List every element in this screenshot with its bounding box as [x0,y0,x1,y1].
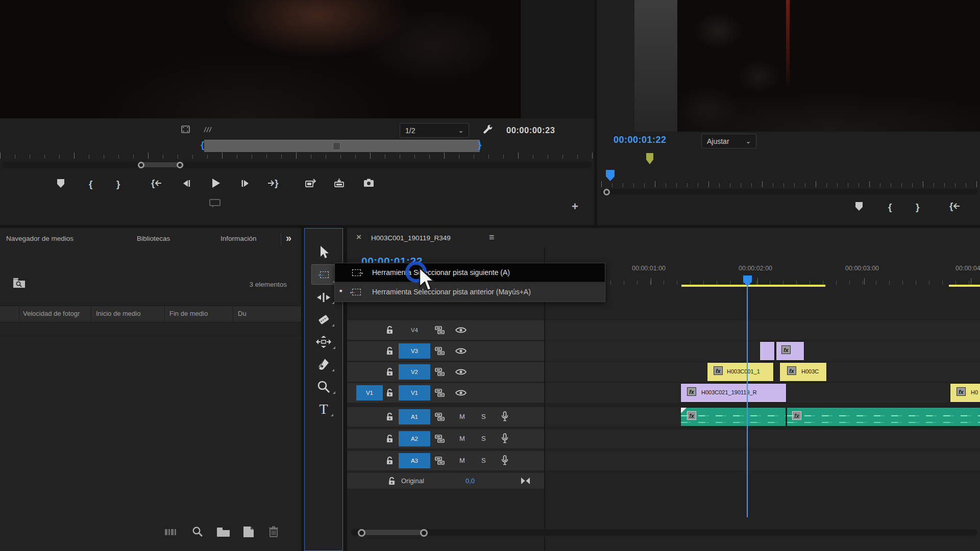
track-target-a1[interactable]: A1 [399,409,430,424]
sync-lock-icon[interactable] [435,413,445,421]
tool-track-select-active[interactable]: ← [311,264,337,285]
timeline-zoom-scrollbar[interactable] [351,529,977,536]
source-zoom-scrollbar[interactable] [2,162,592,168]
menu-item-track-select-backward[interactable]: ■ ← Herramienta Seleccionar pista anteri… [335,282,605,302]
program-playhead-marker[interactable] [606,170,615,181]
sync-lock-icon[interactable] [435,457,445,465]
solo-button[interactable]: S [481,413,486,420]
program-mark-out-button[interactable]: } [916,202,919,212]
mic-voiceover-icon[interactable] [501,433,508,444]
search-bin-icon[interactable] [13,278,26,288]
sequence-tab-title[interactable]: H003C001_190119_R349 [371,234,451,242]
timeline-playhead-line[interactable] [747,285,748,517]
list-view-icon[interactable] [164,528,178,536]
column-media-end[interactable]: Fin de medio [169,310,208,317]
menu-item-track-select-forward[interactable]: → Herramienta Seleccionar pista siguient… [335,263,605,282]
column-media-start[interactable]: Inicio de medio [96,310,140,317]
clip-v3-b[interactable]: fx [776,341,804,361]
new-bin-folder-icon[interactable] [216,527,230,537]
source-zoom-handle-left[interactable] [138,162,144,168]
clip-audio-a1-seg1[interactable]: fx [680,407,786,427]
drag-audio-icon[interactable] [203,126,213,134]
bowtie-keyframe-icon[interactable] [521,477,530,485]
sync-lock-icon[interactable] [435,389,445,397]
track-target-v2[interactable]: V2 [399,364,430,380]
program-mark-in-button[interactable]: { [888,202,892,212]
drag-video-icon[interactable] [181,126,190,134]
tool-razor[interactable] [305,310,342,329]
timeline-ruler[interactable]: 00:00:01:00 00:00:02:00 00:00:03:00 00:0… [544,258,980,288]
mark-out-button[interactable]: } [116,179,120,189]
lift-comment-bubble-icon[interactable] [209,199,220,208]
add-marker-button[interactable] [57,179,64,188]
program-zoom-handle[interactable] [603,189,610,195]
mic-voiceover-icon[interactable] [501,455,508,466]
track-lane-a2[interactable] [545,429,980,448]
step-forward-button[interactable] [241,180,250,187]
button-editor-add-button[interactable]: + [572,200,578,213]
column-frame-rate[interactable]: Velocidad de fotogr [23,310,80,317]
tool-slip[interactable] [305,333,342,351]
new-item-icon[interactable] [243,526,254,538]
lock-icon[interactable] [386,457,394,465]
tool-selection[interactable] [305,243,342,261]
clip-v1-right[interactable]: fx H0 [950,383,980,403]
source-range-handle[interactable] [333,142,340,150]
solo-button[interactable]: S [481,457,486,464]
sync-lock-icon[interactable] [435,347,445,355]
eye-toggle-icon[interactable] [455,347,467,355]
search-icon[interactable] [192,526,203,537]
export-frame-button[interactable] [363,179,374,187]
lock-icon[interactable] [388,477,396,485]
track-target-v1[interactable]: V1 [399,385,430,400]
tool-zoom[interactable] [305,378,342,396]
settings-wrench-icon[interactable] [482,124,494,136]
source-out-bracket-icon[interactable]: } [478,140,481,149]
tool-type[interactable]: T [305,400,342,418]
lock-icon[interactable] [386,347,394,355]
clip-v3-a[interactable] [760,341,775,361]
sequence-marker-olive[interactable] [646,153,653,164]
close-icon[interactable]: × [356,232,361,242]
mute-button[interactable]: M [459,413,465,420]
mark-in-button[interactable]: { [89,179,92,189]
tab-libraries[interactable]: Bibliotecas [137,235,170,242]
panel-overflow-chevrons[interactable]: » [286,232,291,244]
eye-toggle-icon[interactable] [455,368,467,375]
goto-in-button[interactable]: { [151,178,162,188]
lock-icon[interactable] [386,389,394,397]
clip-audio-a1-seg2[interactable]: fx [787,407,980,427]
track-lane-v4[interactable] [545,320,980,340]
solo-button[interactable]: S [481,435,486,442]
tool-pen[interactable] [305,355,342,373]
program-zoom-scrollbar[interactable] [601,189,978,195]
program-add-marker-button[interactable] [855,202,863,211]
source-inout-range-bar[interactable] [204,140,480,152]
lock-icon[interactable] [386,326,394,334]
tab-info[interactable]: Información [220,235,257,242]
lock-icon[interactable] [386,435,394,443]
lock-icon[interactable] [386,368,394,376]
timeline-zoom-handle-right[interactable] [420,529,428,537]
timeline-zoom-scrollbar-range[interactable] [361,530,424,535]
source-in-bracket-icon[interactable]: { [201,140,204,149]
source-patch-v1[interactable]: V1 [356,385,383,400]
sync-lock-icon[interactable] [435,435,445,443]
sync-lock-icon[interactable] [435,326,445,334]
clip-v2-a[interactable]: fx H003C001_1 [707,362,774,382]
goto-out-button[interactable]: } [267,178,278,188]
fit-dropdown[interactable]: Ajustar ⌄ [701,134,756,148]
insert-button[interactable] [305,178,316,188]
track-target-v3[interactable]: V3 [399,343,430,359]
eye-toggle-icon[interactable] [455,327,467,334]
fade-handle-triangle[interactable] [681,408,687,413]
timeline-zoom-handle-left[interactable] [358,529,365,537]
track-target-v4[interactable]: V4 [399,322,430,338]
track-target-a2[interactable]: A2 [399,431,430,446]
playback-resolution-dropdown[interactable]: 1/2 ⌄ [400,123,469,138]
play-button[interactable] [211,178,220,188]
clip-v1[interactable]: fx H003C021_190119_R [680,383,787,403]
mute-button[interactable]: M [459,457,465,464]
panel-menu-icon[interactable]: ≡ [489,232,495,243]
delete-trash-icon[interactable] [268,526,279,537]
